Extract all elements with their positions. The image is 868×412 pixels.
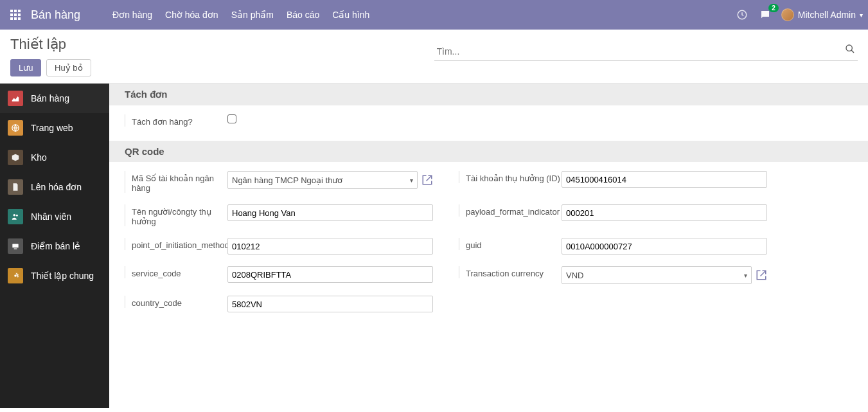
sidebar-item-label: Thiết lập chung	[31, 271, 94, 281]
menu-waiting-invoice[interactable]: Chờ hóa đơn	[159, 1, 225, 28]
label-transaction-currency: Transaction currency	[459, 266, 562, 278]
user-menu[interactable]: Mitchell Admin ▾	[781, 8, 863, 21]
external-link-icon[interactable]	[756, 269, 767, 281]
label-guid: guid	[459, 238, 562, 250]
svg-rect-15	[14, 249, 17, 249]
sidebar-item-label: Lên hóa đơn	[31, 182, 82, 192]
sidebar-item-general-settings[interactable]: Thiết lập chung	[0, 261, 109, 291]
label-country-code: country_code	[125, 296, 227, 308]
globe-icon	[8, 120, 23, 136]
caret-down-icon: ▾	[744, 272, 747, 279]
sidebar-item-label: Trang web	[31, 123, 73, 133]
svg-rect-1	[14, 10, 17, 12]
svg-rect-6	[10, 17, 13, 20]
sidebar-item-employees[interactable]: Nhân viên	[0, 202, 109, 231]
main-menu: Đơn hàng Chờ hóa đơn Sản phẩm Báo cáo Cấ…	[106, 1, 376, 28]
svg-rect-3	[10, 13, 13, 16]
label-point-of-initiation-method: point_of_initiation_method	[125, 238, 227, 250]
sidebar-item-pos[interactable]: Điểm bán lẻ	[0, 231, 109, 261]
svg-point-12	[13, 214, 16, 217]
section-qr-header: QR code	[109, 141, 868, 162]
input-country-code[interactable]	[227, 296, 433, 312]
caret-down-icon: ▾	[860, 12, 863, 19]
input-service-code[interactable]	[227, 266, 433, 283]
messaging-icon[interactable]: 2	[758, 8, 772, 22]
input-guid[interactable]	[562, 238, 767, 255]
svg-rect-2	[18, 10, 21, 12]
select-transaction-currency[interactable]: VND ▾	[562, 266, 752, 284]
input-beneficiary-name[interactable]	[227, 204, 433, 221]
sidebar-item-label: Bán hàng	[31, 93, 69, 103]
message-badge: 2	[768, 4, 779, 12]
label-beneficiary-name: Tên người/côngty thụ hưởng	[125, 204, 227, 226]
pos-icon	[8, 238, 23, 254]
page-title: Thiết lập	[10, 36, 434, 53]
label-service-code: service_code	[125, 266, 227, 278]
sidebar-item-inventory[interactable]: Kho	[0, 143, 109, 172]
svg-rect-7	[14, 17, 17, 20]
sidebar-item-website[interactable]: Trang web	[0, 113, 109, 143]
label-split-order: Tách đơn hàng?	[125, 114, 227, 127]
people-icon	[8, 209, 23, 224]
section-split-header: Tách đơn	[109, 84, 868, 105]
menu-reports[interactable]: Báo cáo	[280, 1, 326, 28]
menu-configuration[interactable]: Cấu hình	[326, 1, 376, 28]
svg-rect-4	[14, 13, 17, 16]
select-transaction-currency-value: VND	[566, 271, 583, 280]
user-name: Mitchell Admin	[798, 10, 856, 20]
document-icon	[8, 179, 23, 195]
search-icon[interactable]	[845, 44, 855, 54]
top-navbar: Bán hàng Đơn hàng Chờ hóa đơn Sản phẩm B…	[0, 0, 868, 30]
svg-rect-5	[18, 13, 21, 16]
control-panel: Thiết lập Lưu Huỷ bỏ	[0, 30, 868, 84]
svg-rect-8	[18, 17, 21, 20]
save-button[interactable]: Lưu	[10, 59, 41, 76]
sidebar-item-sales[interactable]: Bán hàng	[0, 84, 109, 113]
select-bank-code[interactable]: Ngân hàng TMCP Ngoại thươ ▾	[227, 171, 418, 189]
app-brand[interactable]: Bán hàng	[31, 8, 80, 22]
search-input[interactable]	[434, 42, 858, 61]
menu-orders[interactable]: Đơn hàng	[106, 1, 159, 28]
external-link-icon[interactable]	[421, 174, 433, 186]
select-bank-code-value: Ngân hàng TMCP Ngoại thươ	[232, 175, 342, 185]
settings-sidebar: Bán hàng Trang web Kho Lên hóa đơn Nhân …	[0, 84, 109, 408]
label-beneficiary-id: Tài khoản thụ hưởng (ID)	[459, 171, 562, 183]
caret-down-icon: ▾	[410, 177, 413, 184]
input-point-of-initiation-method[interactable]	[227, 238, 433, 255]
checkbox-split-order[interactable]	[227, 114, 236, 123]
input-payload-format-indicator[interactable]	[562, 204, 767, 221]
sidebar-item-label: Điểm bán lẻ	[31, 241, 80, 251]
chart-icon	[8, 91, 23, 106]
svg-point-13	[16, 215, 18, 217]
settings-form: Tách đơn Tách đơn hàng? QR code Mã Số tà…	[109, 84, 868, 408]
sidebar-item-label: Kho	[31, 152, 47, 163]
svg-rect-14	[12, 244, 18, 248]
label-bank-code: Mã Số tài khoản ngân hàng	[125, 171, 227, 193]
sidebar-item-invoicing[interactable]: Lên hóa đơn	[0, 172, 109, 202]
svg-point-10	[846, 45, 852, 51]
gear-icon	[8, 268, 23, 283]
avatar	[781, 8, 794, 21]
discard-button[interactable]: Huỷ bỏ	[46, 59, 91, 76]
menu-products[interactable]: Sản phẩm	[225, 1, 280, 28]
activity-icon[interactable]	[735, 8, 749, 22]
label-payload-format-indicator: payload_format_indicator	[459, 204, 562, 217]
box-icon	[8, 150, 23, 165]
input-beneficiary-id[interactable]	[562, 171, 767, 188]
sidebar-item-label: Nhân viên	[31, 211, 71, 222]
apps-icon[interactable]	[5, 4, 26, 25]
svg-rect-0	[10, 10, 13, 12]
svg-point-16	[14, 274, 17, 277]
